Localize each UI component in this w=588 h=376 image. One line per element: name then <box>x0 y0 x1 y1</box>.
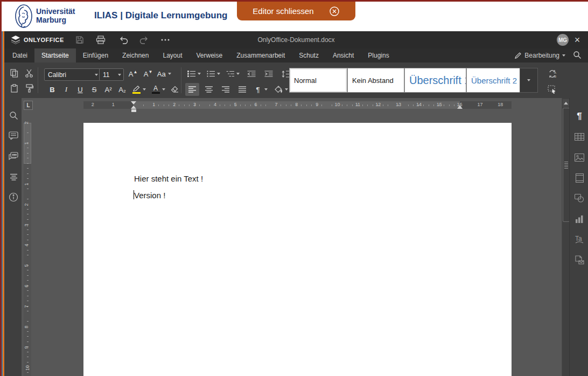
paragraph-marks-dropdown[interactable] <box>263 83 269 96</box>
font-size-select[interactable]: 11 <box>99 68 124 81</box>
editor-close-icon[interactable]: × <box>571 33 584 46</box>
numbered-list-dropdown[interactable] <box>215 67 222 80</box>
tab-ansicht[interactable]: Ansicht <box>326 48 361 62</box>
tab-zusammenarbeit[interactable]: Zusammenarbeit <box>229 48 292 62</box>
close-editor-button[interactable]: Editor schliessen <box>237 2 355 20</box>
editing-mode-selector[interactable]: Bearbeitung <box>514 48 565 62</box>
chevron-down-icon <box>143 88 146 90</box>
copy-button[interactable] <box>7 67 21 80</box>
left-indent-marker[interactable] <box>131 109 137 113</box>
mail-merge-settings-button[interactable] <box>573 253 586 266</box>
underline-button[interactable]: U <box>73 83 87 96</box>
font-size-value: 11 <box>103 71 109 79</box>
increase-indent-button[interactable] <box>262 67 276 80</box>
redo-button[interactable] <box>138 34 150 45</box>
onlyoffice-logo-icon <box>11 36 20 44</box>
chevron-down-icon <box>217 73 220 75</box>
undo-button[interactable] <box>117 34 129 45</box>
user-avatar[interactable]: MG <box>557 34 569 46</box>
styles-gallery-expand-button[interactable] <box>520 68 538 93</box>
align-center-button[interactable] <box>202 83 216 96</box>
subscript-button[interactable]: A₂ <box>115 83 129 96</box>
increase-font-button[interactable]: A▲ <box>126 67 140 80</box>
first-line-indent-marker[interactable] <box>131 101 136 105</box>
italic-button[interactable]: I <box>59 83 73 96</box>
cut-button[interactable] <box>22 67 36 80</box>
search-icon <box>573 51 582 59</box>
pilcrow-icon: ¶ <box>577 111 582 122</box>
decrease-font-button[interactable]: A▼ <box>141 67 155 80</box>
highlight-color-dropdown[interactable] <box>141 83 148 96</box>
sidebar-search-button[interactable] <box>7 109 20 122</box>
sidebar-about-button[interactable] <box>7 191 20 204</box>
table-settings-button[interactable] <box>573 130 586 143</box>
vertical-scrollbar[interactable] <box>562 98 570 376</box>
home-toolbar: Calibri 11 A▲ A▼ Aa B I U S A² A₂ <box>4 62 588 99</box>
header-footer-settings-button[interactable] <box>573 171 586 184</box>
sidebar-navigation-button[interactable] <box>7 170 20 183</box>
style-item-normal[interactable]: Normal <box>289 68 347 93</box>
text-art-settings-button[interactable]: Ta <box>573 233 586 246</box>
info-icon <box>9 192 18 202</box>
image-settings-button[interactable] <box>573 151 586 164</box>
align-justify-button[interactable] <box>235 83 249 96</box>
tab-layout[interactable]: Layout <box>156 48 189 62</box>
bullet-list-dropdown[interactable] <box>196 67 202 80</box>
tab-zeichnen[interactable]: Zeichnen <box>115 48 156 62</box>
align-justify-icon <box>239 86 246 93</box>
font-color-dropdown[interactable] <box>160 83 167 96</box>
ilias-app-title: ILIAS | Digitale Lernumgebung <box>94 10 228 21</box>
paste-button[interactable] <box>7 82 21 95</box>
sidebar-comments-button[interactable] <box>7 129 20 142</box>
superscript-button[interactable]: A² <box>101 83 115 96</box>
decrease-indent-button[interactable] <box>244 67 258 80</box>
tab-plugins[interactable]: Plugins <box>361 48 396 62</box>
sidebar-chat-button[interactable] <box>7 150 20 163</box>
right-indent-marker[interactable] <box>457 105 463 109</box>
font-name-select[interactable]: Calibri <box>44 68 101 81</box>
save-button[interactable] <box>74 34 86 45</box>
clear-formatting-button[interactable] <box>168 83 182 96</box>
strikethrough-button[interactable]: S <box>87 83 101 96</box>
show-paragraph-marks-button[interactable]: ¶ <box>253 83 263 96</box>
ruler-number: 6 <box>24 285 29 288</box>
tab-startseite[interactable]: Startseite <box>34 48 76 62</box>
ruler-number: 8 <box>24 325 29 328</box>
print-button[interactable] <box>95 34 107 45</box>
tab-schutz[interactable]: Schutz <box>292 48 326 62</box>
ruler-number: 8 <box>295 102 298 107</box>
style-item-überschrift-1[interactable]: Überschrift 1 <box>404 68 466 93</box>
select-all-button[interactable] <box>545 83 559 96</box>
ruler-number: 12 <box>375 102 381 107</box>
more-actions-button[interactable] <box>159 34 171 45</box>
tab-verweise[interactable]: Verweise <box>190 48 230 62</box>
align-left-button[interactable] <box>185 83 199 96</box>
tab-stop-selector[interactable]: L <box>24 101 33 110</box>
bold-button[interactable]: B <box>45 83 59 96</box>
tab-datei[interactable]: Datei <box>5 48 34 62</box>
horizontal-ruler[interactable]: 21123456789101112131415161718 <box>83 101 512 109</box>
align-right-button[interactable] <box>219 83 233 96</box>
tab-einfügen[interactable]: Einfügen <box>76 48 115 62</box>
ruler-number: 3 <box>193 102 196 107</box>
chart-settings-button[interactable] <box>573 212 586 225</box>
scroll-up-button[interactable] <box>563 99 569 107</box>
paragraph-settings-button[interactable]: ¶ <box>573 110 586 123</box>
multilevel-list-dropdown[interactable] <box>235 67 241 80</box>
document-page[interactable]: Hier steht ein Text ! Version ! <box>83 123 512 376</box>
chevron-down-icon <box>162 88 165 90</box>
search-button[interactable] <box>573 51 583 60</box>
format-painter-button[interactable] <box>22 82 36 95</box>
style-item-kein-abstand[interactable]: Kein Abstand <box>347 68 404 93</box>
ribbon-tabs: DateiStartseiteEinfügenZeichnenLayoutVer… <box>4 48 396 62</box>
vertical-ruler[interactable]: 2112345678910 <box>24 123 31 376</box>
subscript-label: A₂ <box>118 86 126 94</box>
find-replace-button[interactable]: A B <box>545 67 559 80</box>
change-case-button[interactable]: Aa <box>155 67 173 80</box>
italic-label: I <box>65 85 67 94</box>
ruler-number: 1 <box>112 102 115 107</box>
style-item-überschrift-2[interactable]: Überschrift 2 <box>466 68 521 93</box>
svg-text:B: B <box>554 75 556 78</box>
save-icon <box>75 36 84 44</box>
shape-settings-button[interactable] <box>573 192 586 205</box>
